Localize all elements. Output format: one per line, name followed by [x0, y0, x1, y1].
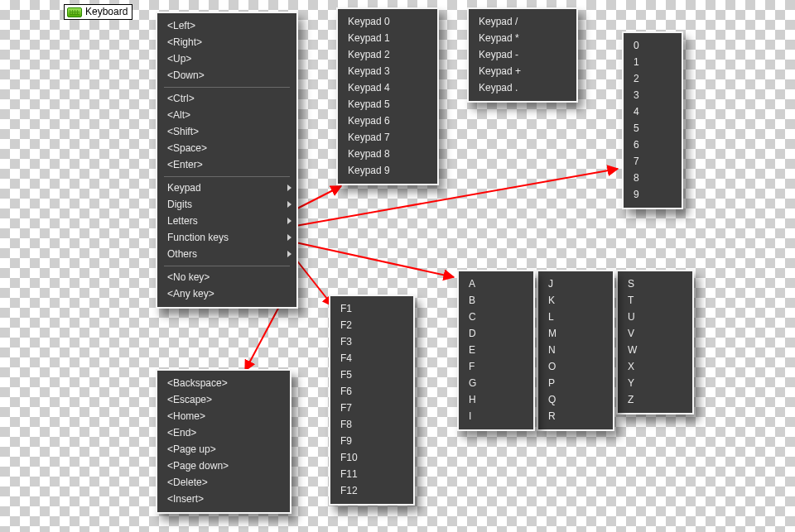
menu-item-any-key[interactable]: <Any key>	[157, 285, 296, 302]
keypad-3[interactable]: Keypad 3	[338, 63, 437, 79]
chevron-right-icon	[287, 201, 292, 208]
menu-item-label: 2	[634, 73, 639, 84]
keypad-8[interactable]: Keypad 8	[338, 146, 437, 162]
menu-item-label: E	[469, 344, 475, 356]
letter-i[interactable]: I	[459, 408, 533, 424]
fkey-f9[interactable]: F9	[330, 433, 413, 449]
digit-7[interactable]: 7	[624, 153, 682, 170]
keypad-0[interactable]: Keypad 0	[338, 13, 437, 30]
fkey-f4[interactable]: F4	[330, 350, 413, 367]
keypad-7[interactable]: Keypad 7	[338, 129, 437, 146]
menu-item-label: U	[628, 311, 635, 323]
fkey-f7[interactable]: F7	[330, 400, 413, 416]
fkey-f5[interactable]: F5	[330, 367, 413, 383]
menu-item-alt[interactable]: <Alt>	[157, 107, 296, 123]
menu-item-label: F8	[340, 419, 352, 430]
letter-q[interactable]: Q	[538, 391, 613, 408]
letter-d[interactable]: D	[459, 325, 533, 342]
submenu-function-keys[interactable]: Function keys	[157, 229, 296, 246]
digit-3[interactable]: 3	[624, 87, 682, 103]
menu-item-shift[interactable]: <Shift>	[157, 123, 296, 140]
other-page-down[interactable]: <Page down>	[157, 458, 290, 474]
digit-8[interactable]: 8	[624, 170, 682, 186]
other-page-up[interactable]: <Page up>	[157, 441, 290, 458]
keypad-9[interactable]: Keypad 9	[338, 162, 437, 179]
letter-p[interactable]: P	[538, 375, 613, 391]
letter-x[interactable]: X	[618, 358, 692, 375]
fkey-f11[interactable]: F11	[330, 466, 413, 482]
letter-y[interactable]: Y	[618, 375, 692, 391]
digit-0[interactable]: 0	[624, 37, 682, 54]
fkey-f10[interactable]: F10	[330, 449, 413, 466]
letter-w[interactable]: W	[618, 342, 692, 358]
other-insert[interactable]: <Insert>	[157, 491, 290, 507]
letter-t[interactable]: T	[618, 292, 692, 309]
keypad-sub[interactable]: Keypad -	[469, 46, 576, 63]
keypad-6[interactable]: Keypad 6	[338, 113, 437, 129]
keyboard-icon	[67, 7, 82, 17]
letter-u[interactable]: U	[618, 309, 692, 325]
letter-m[interactable]: M	[538, 325, 613, 342]
letter-v[interactable]: V	[618, 325, 692, 342]
letter-c[interactable]: C	[459, 309, 533, 325]
letter-f[interactable]: F	[459, 358, 533, 375]
menu-item-label: O	[548, 361, 556, 372]
letter-r[interactable]: R	[538, 408, 613, 424]
menu-item-label: Keypad 5	[348, 98, 390, 110]
digit-6[interactable]: 6	[624, 137, 682, 153]
other-escape[interactable]: <Escape>	[157, 391, 290, 408]
menu-item-up[interactable]: <Up>	[157, 50, 296, 67]
keypad-dot[interactable]: Keypad .	[469, 79, 576, 96]
fkey-f1[interactable]: F1	[330, 300, 413, 317]
fkey-f2[interactable]: F2	[330, 317, 413, 333]
digit-1[interactable]: 1	[624, 54, 682, 70]
menu-item-ctrl[interactable]: <Ctrl>	[157, 90, 296, 107]
other-backspace[interactable]: <Backspace>	[157, 375, 290, 391]
submenu-keypad[interactable]: Keypad	[157, 180, 296, 196]
menu-item-down[interactable]: <Down>	[157, 67, 296, 84]
digit-4[interactable]: 4	[624, 103, 682, 120]
menu-item-label: <Up>	[167, 53, 191, 65]
letter-n[interactable]: N	[538, 342, 613, 358]
keypad-mul[interactable]: Keypad *	[469, 30, 576, 46]
menu-item-label: K	[548, 295, 555, 306]
letter-a[interactable]: A	[459, 276, 533, 292]
submenu-digits[interactable]: Digits	[157, 196, 296, 213]
fkey-f8[interactable]: F8	[330, 416, 413, 433]
letter-k[interactable]: K	[538, 292, 613, 309]
other-home[interactable]: <Home>	[157, 408, 290, 424]
keypad-5[interactable]: Keypad 5	[338, 96, 437, 113]
digit-9[interactable]: 9	[624, 186, 682, 203]
keypad-add[interactable]: Keypad +	[469, 63, 576, 79]
keypad-div[interactable]: Keypad /	[469, 13, 576, 30]
digit-5[interactable]: 5	[624, 120, 682, 137]
letter-h[interactable]: H	[459, 391, 533, 408]
menu-item-right[interactable]: <Right>	[157, 34, 296, 50]
menu-item-no-key[interactable]: <No key>	[157, 269, 296, 285]
submenu-others[interactable]: Others	[157, 246, 296, 262]
fkey-f3[interactable]: F3	[330, 333, 413, 350]
keypad-1[interactable]: Keypad 1	[338, 30, 437, 46]
menu-item-label: F7	[340, 402, 352, 414]
letter-l[interactable]: L	[538, 309, 613, 325]
other-end[interactable]: <End>	[157, 424, 290, 441]
digit-2[interactable]: 2	[624, 70, 682, 87]
letter-s[interactable]: S	[618, 276, 692, 292]
fkey-f6[interactable]: F6	[330, 383, 413, 400]
keypad-4[interactable]: Keypad 4	[338, 79, 437, 96]
keypad-2[interactable]: Keypad 2	[338, 46, 437, 63]
menu-item-label: <Down>	[167, 69, 205, 81]
letter-g[interactable]: G	[459, 375, 533, 391]
menu-item-left[interactable]: <Left>	[157, 17, 296, 34]
menu-item-space[interactable]: <Space>	[157, 140, 296, 156]
submenu-letters[interactable]: Letters	[157, 213, 296, 229]
letter-o[interactable]: O	[538, 358, 613, 375]
letter-b[interactable]: B	[459, 292, 533, 309]
letter-j[interactable]: J	[538, 276, 613, 292]
fkey-f12[interactable]: F12	[330, 482, 413, 499]
letter-z[interactable]: Z	[618, 391, 692, 408]
menu-item-enter[interactable]: <Enter>	[157, 156, 296, 173]
letter-e[interactable]: E	[459, 342, 533, 358]
keyboard-chip[interactable]: Keyboard	[64, 4, 132, 20]
other-delete[interactable]: <Delete>	[157, 474, 290, 491]
